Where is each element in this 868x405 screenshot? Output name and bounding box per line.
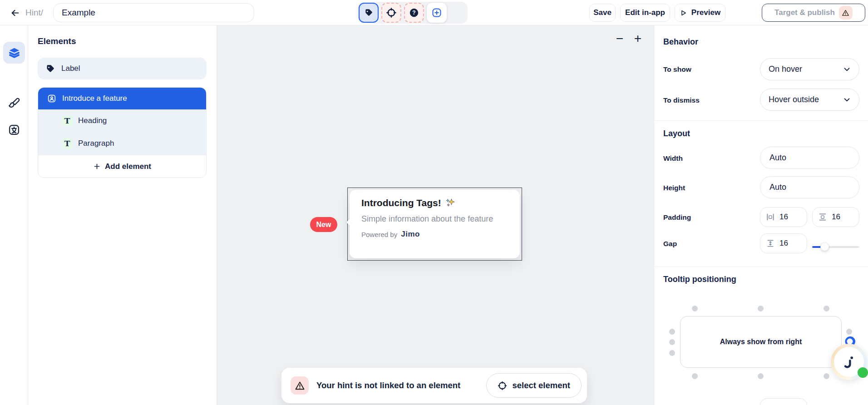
positioning-extra-field[interactable] <box>760 398 807 405</box>
hint-name-input[interactable] <box>53 3 254 22</box>
positioning-section-title: Tooltip positioning <box>663 275 736 284</box>
padding-x-input[interactable] <box>779 212 798 222</box>
edit-in-app-button[interactable]: Edit in-app <box>620 4 670 22</box>
save-button[interactable]: Save <box>589 4 616 22</box>
tag-icon <box>45 64 55 74</box>
slider-thumb[interactable] <box>820 242 829 251</box>
element-item-paragraph[interactable]: T Paragraph <box>38 132 206 155</box>
section-divider <box>654 267 868 267</box>
gap-label: Gap <box>663 240 677 248</box>
tooltip-selection-outline: Introducing Tags! Simple information abo… <box>347 188 522 261</box>
to-dismiss-label: To dismiss <box>663 96 700 104</box>
position-dot-left-bottom[interactable] <box>669 350 675 356</box>
to-dismiss-select[interactable]: Hover outside <box>760 89 859 111</box>
layout-section-title: Layout <box>663 129 690 138</box>
height-label: Height <box>663 184 685 192</box>
positioning-preview-box: Always show from right <box>680 316 842 368</box>
gap-input[interactable] <box>779 239 798 248</box>
tooltip-arrow <box>346 217 356 227</box>
sparkles-icon <box>445 198 456 208</box>
gap-field[interactable] <box>760 233 807 253</box>
arrow-left-icon <box>10 8 20 18</box>
user-card-icon <box>47 94 57 104</box>
text-icon: T <box>62 138 73 149</box>
edit-in-app-label: Edit in-app <box>625 8 665 17</box>
canvas: − + New Introducing Tags! Simple informa… <box>217 25 654 405</box>
select-element-button[interactable]: select element <box>486 373 582 398</box>
sidebar-item-styles[interactable] <box>3 93 25 114</box>
breadcrumb: Hint/ <box>25 8 43 18</box>
position-dot-bottom-right[interactable] <box>824 373 829 379</box>
position-dot-left-top[interactable] <box>669 329 675 335</box>
elements-panel: Elements Label Introduce a feature T Hea… <box>28 25 217 405</box>
add-element-label: Add element <box>105 162 151 171</box>
layers-icon <box>8 47 20 59</box>
position-dot-left-middle[interactable] <box>669 339 675 345</box>
width-label: Width <box>663 154 683 163</box>
svg-text:?: ? <box>412 10 415 16</box>
warning-icon <box>839 6 853 20</box>
chevron-down-icon <box>843 96 851 104</box>
target-publish-button[interactable]: Target & publish <box>762 4 865 22</box>
plus-square-icon <box>431 7 442 18</box>
element-group-feature: Introduce a feature T Heading T Paragrap… <box>38 87 207 178</box>
hint-label-badge[interactable]: New <box>310 217 337 232</box>
notification-message: Your hint is not linked to an element <box>316 380 460 390</box>
mode-help-button[interactable]: ? <box>404 3 424 23</box>
position-dot-top-right[interactable] <box>824 306 829 311</box>
play-icon <box>680 9 687 17</box>
width-input[interactable] <box>760 147 859 169</box>
padding-y-input[interactable] <box>832 212 850 222</box>
zoom-out-button[interactable]: − <box>613 31 626 46</box>
target-publish-label: Target & publish <box>774 8 835 17</box>
plus-icon <box>93 163 101 170</box>
mode-element-button[interactable] <box>381 3 401 23</box>
chevron-down-icon <box>843 65 851 73</box>
element-item-feature[interactable]: Introduce a feature <box>38 88 206 109</box>
behavior-section-title: Behavior <box>663 37 698 47</box>
section-divider <box>654 120 868 121</box>
to-show-select[interactable]: On hover <box>760 58 859 80</box>
to-dismiss-value: Hover outside <box>769 95 819 104</box>
question-icon: ? <box>409 8 419 18</box>
crosshair-icon <box>386 8 396 18</box>
position-dot-right-top[interactable] <box>846 329 852 335</box>
elements-panel-title: Elements <box>38 36 76 46</box>
element-item-label[interactable]: Label <box>38 58 207 79</box>
position-dot-top-center[interactable] <box>758 306 764 311</box>
preview-label: Preview <box>691 8 720 17</box>
element-item-heading[interactable]: T Heading <box>38 109 206 132</box>
left-icon-sidebar <box>0 25 28 405</box>
preview-button[interactable]: Preview <box>675 4 725 22</box>
position-dot-bottom-left[interactable] <box>692 373 698 379</box>
not-linked-notification: Your hint is not linked to an element se… <box>281 368 587 403</box>
element-item-paragraph-text: Paragraph <box>78 139 114 148</box>
zoom-in-button[interactable]: + <box>631 31 645 46</box>
height-input[interactable] <box>760 176 859 198</box>
padding-x-field[interactable] <box>760 207 807 227</box>
brush-icon <box>8 97 20 110</box>
position-dot-bottom-center[interactable] <box>758 373 764 379</box>
sidebar-item-translate[interactable] <box>3 119 25 141</box>
mode-label-button[interactable] <box>359 3 379 23</box>
element-item-label-text: Label <box>61 64 80 73</box>
topbar: Hint/ ? Save Edit in-app <box>0 0 868 25</box>
back-button[interactable] <box>8 6 22 19</box>
tag-icon <box>364 8 373 17</box>
save-label: Save <box>593 8 612 17</box>
tooltip-body: Simple information about the feature <box>361 214 508 224</box>
position-dot-top-left[interactable] <box>692 306 698 311</box>
positioning-selected-text: Always show from right <box>720 338 802 346</box>
sidebar-item-elements[interactable] <box>3 42 25 64</box>
powered-by-row: Powered by Jimo <box>361 230 508 239</box>
online-status-dot <box>858 367 868 378</box>
tooltip-preview-card[interactable]: Introducing Tags! Simple information abo… <box>350 190 520 258</box>
settings-panel: Behavior To show On hover To dismiss Hov… <box>654 25 868 405</box>
tooltip-heading: Introducing Tags! <box>361 198 441 208</box>
add-element-button[interactable]: Add element <box>38 155 206 178</box>
vertical-gap-icon <box>766 239 775 248</box>
gap-slider[interactable] <box>812 242 859 251</box>
padding-y-field[interactable] <box>812 207 859 227</box>
add-step-button[interactable] <box>427 3 447 23</box>
to-show-label: To show <box>663 65 691 74</box>
